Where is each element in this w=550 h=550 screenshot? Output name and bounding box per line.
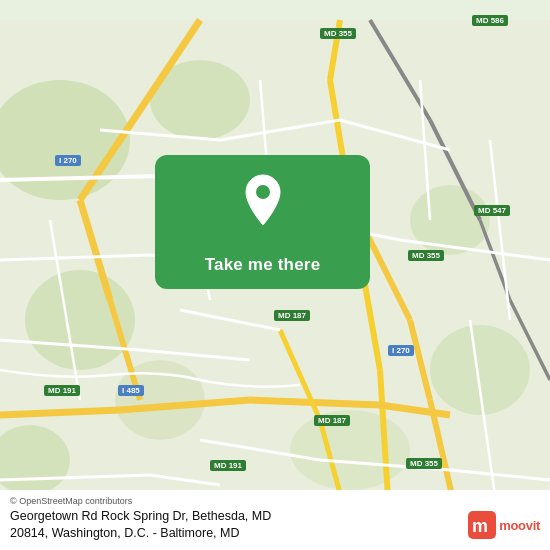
road-badge-i270-mid: I 270 (388, 345, 414, 356)
svg-text:m: m (472, 516, 488, 536)
location-pin-icon (242, 174, 284, 226)
take-me-there-container: Take me there (155, 155, 370, 289)
pin-area (155, 155, 370, 245)
svg-point-52 (256, 185, 270, 199)
address-row: Georgetown Rd Rock Spring Dr, Bethesda, … (10, 508, 540, 542)
road-badge-md547: MD 547 (474, 205, 510, 216)
road-badge-md191: MD 191 (44, 385, 80, 396)
map-attribution: © OpenStreetMap contributors (10, 496, 540, 506)
map-container: MD 355 MD 586 I 270 MD 355 I 270 MD 547 … (0, 0, 550, 550)
road-badge-md191-bot: MD 191 (210, 460, 246, 471)
road-badge-i270-top: I 270 (55, 155, 81, 166)
address-line2: 20814, Washington, D.C. - Baltimore, MD (10, 526, 240, 540)
moovit-brand-text: moovit (499, 518, 540, 533)
road-badge-md187-mid: MD 187 (274, 310, 310, 321)
address-text: Georgetown Rd Rock Spring Dr, Bethesda, … (10, 508, 460, 542)
moovit-logo: m moovit (468, 511, 540, 539)
road-badge-md355-mid: MD 355 (408, 250, 444, 261)
take-me-there-button[interactable]: Take me there (155, 245, 370, 289)
road-badge-md355-bot: MD 355 (406, 458, 442, 469)
road-badge-md586: MD 586 (472, 15, 508, 26)
address-line1: Georgetown Rd Rock Spring Dr, Bethesda, … (10, 509, 271, 523)
moovit-m-icon: m (468, 511, 496, 539)
road-badge-i485: I 485 (118, 385, 144, 396)
bottom-bar: © OpenStreetMap contributors Georgetown … (0, 490, 550, 550)
svg-line-23 (0, 410, 120, 415)
road-badge-md355-top: MD 355 (320, 28, 356, 39)
road-badge-md187-bot: MD 187 (314, 415, 350, 426)
svg-point-6 (430, 325, 530, 415)
